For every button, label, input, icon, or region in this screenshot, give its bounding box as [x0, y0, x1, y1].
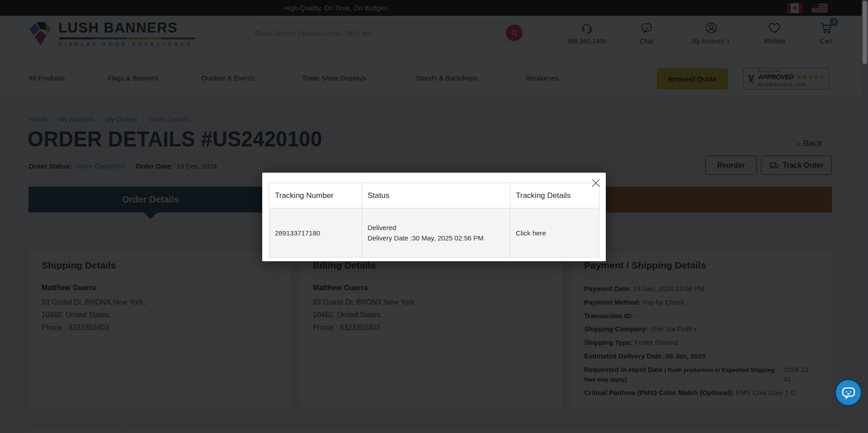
- close-icon: [590, 178, 601, 188]
- modal-close-button[interactable]: [590, 178, 602, 189]
- delivery-date: Delivery Date :30 May, 2025 02:56 PM: [368, 233, 509, 243]
- tracking-modal: Tracking Number Status Tracking Details …: [262, 173, 606, 261]
- tracking-table: Tracking Number Status Tracking Details …: [269, 183, 599, 258]
- page: High Quality, On Time, On Budget! LU: [0, 0, 868, 433]
- tracking-details-link[interactable]: Click here: [510, 208, 599, 258]
- col-status: Status: [362, 183, 510, 208]
- col-tracking-number: Tracking Number: [269, 183, 362, 208]
- status-cell: Delivered Delivery Date :30 May, 2025 02…: [362, 208, 510, 258]
- status-value: Delivered: [368, 222, 509, 233]
- scrollbar-thumb[interactable]: [863, 1, 867, 64]
- scrollbar[interactable]: [862, 0, 868, 433]
- tracking-table-header-row: Tracking Number Status Tracking Details: [269, 183, 599, 208]
- col-tracking-details: Tracking Details: [510, 183, 599, 208]
- chat-bubble-icon: [840, 385, 857, 401]
- tracking-table-row: 289133717180 Delivered Delivery Date :30…: [269, 208, 599, 258]
- chat-widget-button[interactable]: [834, 378, 863, 407]
- tracking-number-cell: 289133717180: [269, 208, 362, 258]
